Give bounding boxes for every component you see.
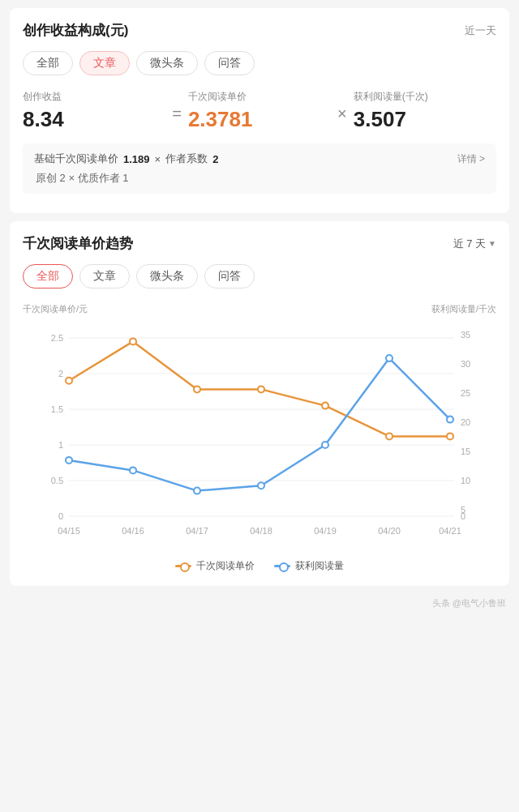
y-right-label: 获利阅读量/千次 bbox=[431, 303, 496, 315]
blue-dot-0 bbox=[66, 457, 72, 464]
svg-text:2.5: 2.5 bbox=[51, 333, 63, 343]
tab-article-2[interactable]: 文章 bbox=[79, 264, 130, 288]
trend-period-dropdown[interactable]: 近 7 天 ▼ bbox=[453, 237, 496, 251]
unit-price-metric: 千次阅读单价 2.3781 bbox=[188, 90, 331, 132]
axes-labels: 千次阅读单价/元 获利阅读量/千次 bbox=[23, 303, 496, 315]
orange-dot-0 bbox=[66, 378, 72, 384]
multiply-symbol: × bbox=[155, 153, 161, 165]
svg-text:1: 1 bbox=[58, 440, 63, 450]
watermark-text: 头条 @电气小鲁班 bbox=[432, 598, 506, 608]
svg-text:04/21: 04/21 bbox=[439, 526, 461, 536]
svg-text:35: 35 bbox=[461, 330, 470, 340]
tab-weitu-2[interactable]: 微头条 bbox=[136, 264, 198, 288]
svg-text:10: 10 bbox=[461, 476, 470, 485]
read-count-metric: 获利阅读量(千次) 3.507 bbox=[354, 90, 496, 132]
earning-metric: 创作收益 8.34 bbox=[23, 90, 165, 132]
tab-qa-1[interactable]: 问答 bbox=[204, 51, 255, 75]
tab-article-1[interactable]: 文章 bbox=[79, 51, 130, 75]
blue-dot-6 bbox=[447, 417, 453, 423]
info-box: 基础千次阅读单价 1.189 × 作者系数 2 详情 > 原创 2 × 优质作者… bbox=[23, 143, 496, 194]
trend-card-header: 千次阅读单价趋势 近 7 天 ▼ bbox=[23, 234, 496, 253]
trend-card: 千次阅读单价趋势 近 7 天 ▼ 全部 文章 微头条 问答 千次阅读单价/元 获… bbox=[10, 221, 509, 586]
tab-all-2[interactable]: 全部 bbox=[23, 264, 73, 288]
chart-container: 2.5 2 1.5 1 0.5 0 35 30 25 20 15 10 5 0 bbox=[23, 322, 496, 551]
read-count-value: 3.507 bbox=[354, 107, 496, 132]
unit-price-label: 千次阅读单价 bbox=[188, 90, 331, 104]
orange-dot-5 bbox=[386, 433, 392, 439]
svg-text:20: 20 bbox=[461, 417, 470, 427]
svg-text:04/18: 04/18 bbox=[250, 526, 272, 536]
unit-price-value: 2.3781 bbox=[188, 107, 331, 132]
legend-blue-line bbox=[274, 565, 290, 567]
orange-dot-6 bbox=[447, 433, 453, 439]
legend-orange-line bbox=[175, 565, 191, 567]
info-line-1: 基础千次阅读单价 1.189 × 作者系数 2 详情 > bbox=[34, 152, 485, 166]
multiply-operator: × bbox=[331, 90, 354, 123]
detail-link[interactable]: 详情 > bbox=[457, 152, 485, 166]
author-coeff-label: 作者系数 bbox=[165, 152, 208, 166]
blue-dot-1 bbox=[130, 467, 136, 473]
blue-dot-3 bbox=[258, 482, 264, 489]
legend-blue: 获利阅读量 bbox=[274, 559, 344, 573]
tab-bar-2: 全部 文章 微头条 问答 bbox=[23, 264, 496, 288]
svg-text:04/15: 04/15 bbox=[58, 526, 80, 536]
svg-text:30: 30 bbox=[461, 359, 470, 369]
earnings-composition-card: 创作收益构成(元) 近一天 全部 文章 微头条 问答 创作收益 8.34 = 千… bbox=[10, 8, 509, 213]
svg-text:1.5: 1.5 bbox=[51, 404, 63, 414]
svg-text:0: 0 bbox=[461, 511, 465, 521]
blue-line bbox=[69, 358, 450, 490]
base-label: 基础千次阅读单价 bbox=[34, 152, 118, 166]
svg-text:04/20: 04/20 bbox=[378, 526, 401, 536]
chart-legend: 千次阅读单价 获利阅读量 bbox=[23, 559, 496, 573]
svg-text:0.5: 0.5 bbox=[51, 476, 63, 485]
read-count-label: 获利阅读量(千次) bbox=[354, 90, 496, 104]
trend-title: 千次阅读单价趋势 bbox=[23, 234, 133, 253]
svg-text:04/17: 04/17 bbox=[186, 526, 208, 536]
tab-qa-2[interactable]: 问答 bbox=[204, 264, 255, 288]
trend-chart: 2.5 2 1.5 1 0.5 0 35 30 25 20 15 10 5 0 bbox=[23, 322, 496, 549]
dropdown-arrow-icon: ▼ bbox=[488, 239, 496, 248]
card-title: 创作收益构成(元) bbox=[23, 21, 128, 40]
tab-all-1[interactable]: 全部 bbox=[23, 51, 73, 75]
period-label: 近一天 bbox=[465, 24, 496, 38]
svg-text:04/16: 04/16 bbox=[122, 526, 144, 536]
author-coeff-value: 2 bbox=[212, 153, 218, 165]
equals-operator: = bbox=[165, 90, 188, 123]
base-value: 1.189 bbox=[123, 153, 150, 165]
svg-text:2: 2 bbox=[58, 369, 63, 378]
trend-period-label: 近 7 天 bbox=[453, 237, 486, 251]
y-left-label: 千次阅读单价/元 bbox=[23, 303, 88, 315]
blue-dot-4 bbox=[322, 442, 328, 448]
svg-text:04/19: 04/19 bbox=[314, 526, 337, 536]
orange-dot-3 bbox=[258, 386, 264, 392]
sub-line: 原创 2 × 优质作者 1 bbox=[34, 171, 485, 186]
footer-watermark: 头条 @电气小鲁班 bbox=[0, 594, 519, 616]
orange-dot-2 bbox=[194, 386, 200, 392]
legend-blue-label: 获利阅读量 bbox=[295, 559, 344, 573]
orange-dot-1 bbox=[130, 338, 136, 344]
earning-value: 8.34 bbox=[23, 107, 165, 132]
svg-text:15: 15 bbox=[461, 447, 470, 456]
blue-dot-5 bbox=[386, 355, 392, 361]
legend-orange: 千次阅读单价 bbox=[175, 559, 255, 573]
blue-dot-2 bbox=[194, 488, 200, 494]
legend-orange-label: 千次阅读单价 bbox=[196, 559, 255, 573]
metrics-row: 创作收益 8.34 = 千次阅读单价 2.3781 × 获利阅读量(千次) 3.… bbox=[23, 90, 496, 132]
earning-label: 创作收益 bbox=[23, 90, 165, 104]
tab-weitu-1[interactable]: 微头条 bbox=[136, 51, 198, 75]
svg-text:25: 25 bbox=[461, 388, 470, 398]
orange-dot-4 bbox=[322, 403, 328, 409]
tab-bar-1: 全部 文章 微头条 问答 bbox=[23, 51, 496, 75]
card-header: 创作收益构成(元) 近一天 bbox=[23, 21, 496, 40]
svg-text:0: 0 bbox=[58, 511, 63, 521]
